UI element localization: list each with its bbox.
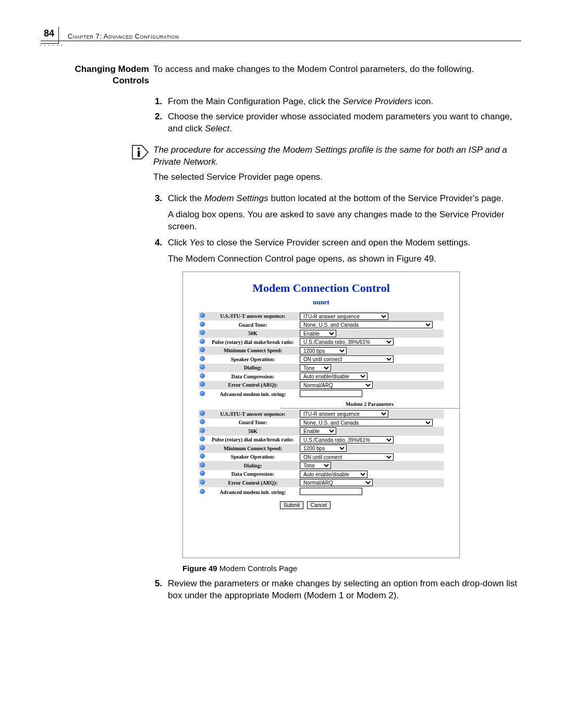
modem1-select-k56[interactable]: Enable: [300, 330, 336, 337]
modem2-adv-init-input[interactable]: [300, 488, 362, 495]
submit-button[interactable]: Submit: [280, 501, 303, 509]
modem2-label-error_ctrl: Error Control (ARQ):: [206, 479, 300, 487]
step-2-text-b: .: [229, 124, 232, 133]
help-icon[interactable]: [199, 471, 206, 478]
steps-list: From the Main Configuration Page, click …: [153, 96, 520, 135]
modem2-select-data_comp[interactable]: Auto enable/disable: [300, 471, 368, 478]
modem1-row-speaker: Speaker Operation:ON until connect: [199, 355, 444, 364]
info-icon: [62, 144, 153, 168]
help-icon[interactable]: [199, 381, 206, 389]
help-icon[interactable]: [199, 347, 206, 354]
help-icon[interactable]: [199, 313, 206, 320]
step-4-ui: Yes: [190, 238, 204, 248]
help-icon[interactable]: [199, 373, 206, 380]
figure-title: Modem Connection Control: [183, 280, 459, 296]
modem1-row-error_ctrl: Error Control (ARQ):Normal/ARQ: [199, 381, 444, 390]
help-icon[interactable]: [199, 411, 206, 418]
modem1-row-pulse_ratio: Pulse (rotary) dial make/break ratio:U.S…: [199, 338, 444, 347]
cancel-button[interactable]: Cancel: [307, 501, 331, 509]
modem1-row-answer_seq: U.S./ITU-T answer sequence:ITU-R answer …: [199, 312, 444, 321]
modem1-select-error_ctrl[interactable]: Normal/ARQ: [300, 381, 373, 389]
modem-2-section-header: Modem 2 Parameters: [280, 401, 459, 409]
help-icon[interactable]: [199, 436, 206, 443]
step-1-ui: Service Providers: [342, 96, 412, 106]
modem-1-parameters: U.S./ITU-T answer sequence:ITU-R answer …: [199, 312, 444, 400]
modem1-row-adv_init: Advanced modem init. string:: [199, 389, 444, 400]
help-icon[interactable]: [199, 339, 206, 346]
figure-buttons: Submit Cancel: [280, 499, 459, 511]
help-icon[interactable]: [199, 479, 206, 487]
help-icon[interactable]: [199, 489, 206, 496]
steps-row: From the Main Configuration Page, click …: [62, 90, 520, 138]
modem1-row-data_comp: Data Compression:Auto enable/disable: [199, 372, 444, 381]
help-icon[interactable]: [199, 322, 206, 329]
modem2-select-answer_seq[interactable]: ITU-R answer sequence: [300, 410, 388, 417]
svg-rect-2: [138, 151, 140, 157]
modem1-select-pulse_ratio[interactable]: U.S./Canada ratio, 39%/61%: [300, 338, 394, 346]
modem2-row-guard_tone: Guard Tone:None, U.S. and Canada: [199, 418, 444, 427]
help-icon[interactable]: [199, 419, 206, 426]
modem1-label-dialing: Dialing:: [206, 364, 300, 372]
modem1-row-k56: 56KEnable: [199, 329, 444, 338]
steps-row-2: Click the Modem Settings button located …: [62, 187, 520, 605]
modem2-row-data_comp: Data Compression:Auto enable/disable: [199, 470, 444, 479]
svg-point-1: [138, 147, 140, 150]
page: 84 ······ Chapter 7: Advanced Configurat…: [0, 0, 563, 728]
figure-49: Modem Connection Control uunet U.S./ITU-…: [182, 272, 460, 559]
step-3-text-a: Click the: [168, 193, 204, 203]
help-icon[interactable]: [199, 330, 206, 337]
modem1-label-adv_init: Advanced modem init. string:: [206, 391, 300, 398]
modem2-select-speaker[interactable]: ON until connect: [300, 453, 394, 461]
modem2-label-speaker: Speaker Operation:: [206, 453, 300, 461]
modem2-row-adv_init: Advanced modem init. string:: [199, 487, 444, 498]
help-icon[interactable]: [199, 364, 206, 372]
modem1-label-pulse_ratio: Pulse (rotary) dial make/break ratio:: [206, 339, 300, 346]
modem1-row-guard_tone: Guard Tone:None, U.S. and Canada: [199, 320, 444, 329]
step-2-ui: Select: [205, 124, 229, 133]
modem2-label-guard_tone: Guard Tone:: [206, 419, 300, 426]
content: Changing Modem Controls To access and ma…: [62, 64, 520, 608]
modem2-row-answer_seq: U.S./ITU-T answer sequence:ITU-R answer …: [199, 410, 444, 418]
section-heading-line2: Controls: [113, 76, 149, 85]
modem2-row-min_speed: Minimum Connect Speed:1200 bps: [199, 444, 444, 453]
modem2-row-pulse_ratio: Pulse (rotary) dial make/break ratio:U.S…: [199, 436, 444, 445]
modem2-select-dialing[interactable]: Tone: [300, 462, 331, 469]
modem1-select-speaker[interactable]: ON until connect: [300, 355, 394, 363]
section-intro: To access and make changes to the Modem …: [153, 64, 520, 87]
note-follow-row: The selected Service Provider page opens…: [62, 171, 520, 183]
modem1-label-guard_tone: Guard Tone:: [206, 322, 300, 329]
modem2-row-error_ctrl: Error Control (ARQ):Normal/ARQ: [199, 478, 444, 487]
help-icon[interactable]: [199, 453, 206, 461]
section-heading: Changing Modem Controls: [62, 64, 153, 87]
steps-side-spacer: [62, 90, 153, 138]
help-icon[interactable]: [199, 356, 206, 363]
note-row: The procedure for accessing the Modem Se…: [62, 144, 520, 168]
step-1-text-a: From the Main Configuration Page, click …: [168, 96, 342, 106]
modem2-label-pulse_ratio: Pulse (rotary) dial make/break ratio:: [206, 436, 300, 443]
modem1-select-guard_tone[interactable]: None, U.S. and Canada: [300, 321, 433, 328]
modem2-label-dialing: Dialing:: [206, 462, 300, 470]
modem2-select-error_ctrl[interactable]: Normal/ARQ: [300, 479, 373, 486]
modem2-select-pulse_ratio[interactable]: U.S./Canada ratio, 39%/61%: [300, 436, 394, 443]
modem2-select-min_speed[interactable]: 1200 bps: [300, 445, 347, 452]
modem2-row-speaker: Speaker Operation:ON until connect: [199, 453, 444, 462]
modem1-select-answer_seq[interactable]: ITU-R answer sequence: [300, 313, 388, 320]
modem1-adv-init-input[interactable]: [300, 390, 362, 397]
modem1-label-data_comp: Data Compression:: [206, 373, 300, 380]
help-icon[interactable]: [199, 445, 206, 452]
help-icon[interactable]: [199, 428, 206, 435]
modem2-label-adv_init: Advanced modem init. string:: [206, 489, 300, 496]
modem2-select-guard_tone[interactable]: None, U.S. and Canada: [300, 419, 433, 426]
modem1-select-min_speed[interactable]: 1200 bps: [300, 347, 347, 354]
step-3-ui: Modem Settings: [204, 193, 268, 203]
help-icon[interactable]: [199, 462, 206, 470]
help-icon[interactable]: [199, 391, 206, 398]
modem2-select-k56[interactable]: Enable: [300, 427, 336, 435]
modem1-label-min_speed: Minimum Connect Speed:: [206, 347, 300, 354]
step-4-text-b: to close the Service Provider screen and…: [204, 238, 470, 248]
modem1-select-dialing[interactable]: Tone: [300, 364, 331, 372]
figure-caption-text: Modem Controls Page: [217, 564, 297, 573]
note-text: The procedure for accessing the Modem Se…: [153, 144, 520, 168]
step-4: Click Yes to close the Service Provider …: [165, 237, 520, 574]
modem1-select-data_comp[interactable]: Auto enable/disable: [300, 373, 368, 380]
